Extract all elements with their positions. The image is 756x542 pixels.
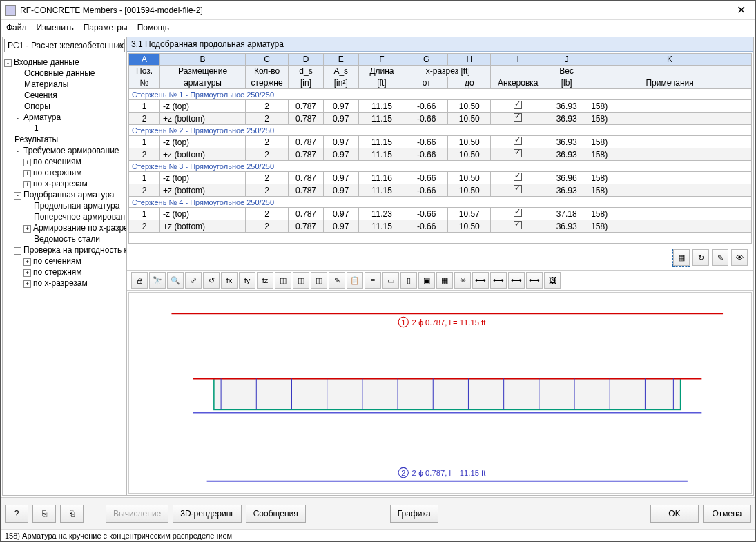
titlebar: RF-CONCRETE Members - [001594-model-file… (1, 1, 755, 20)
tree-node[interactable]: -Арматура (4, 112, 125, 123)
tree-node[interactable]: Ведомость стали (4, 233, 125, 244)
menubar: Файл Изменить Параметры Помощь (1, 20, 755, 35)
grid-btn-1[interactable]: ▦ (673, 249, 690, 266)
tree-node[interactable]: +по стержням (4, 267, 125, 278)
anchor-checkbox[interactable] (514, 149, 522, 157)
tb-edit[interactable]: ✎ (329, 272, 345, 289)
menu-edit[interactable]: Изменить (37, 23, 74, 32)
anchor-checkbox[interactable] (514, 101, 522, 109)
rebar-top-label: 2 ϕ 0.787, l = 11.15 ft (412, 318, 487, 327)
table-row[interactable]: 1-z (top)20.7870.9711.16-0.6610.5036.961… (129, 172, 752, 184)
anchor-checkbox[interactable] (514, 185, 522, 193)
menu-params[interactable]: Параметры (84, 23, 128, 32)
tb-fz[interactable]: fz (257, 272, 273, 289)
tb-box1[interactable]: ◫ (275, 272, 291, 289)
tree-node[interactable]: +по x-разрезам (4, 278, 125, 289)
section-header: 3.1 Подобранная продольная арматура (127, 37, 753, 52)
tb-dim1[interactable]: ⟷ (472, 272, 489, 289)
tb-refresh[interactable]: ↺ (203, 272, 220, 289)
anchor-checkbox[interactable] (514, 113, 522, 122)
tree-node[interactable]: Материалы (4, 79, 125, 90)
tree-node[interactable]: -Проверка на пригодность к эксплуатации (4, 244, 125, 255)
tb-zoom[interactable]: 🔍 (167, 272, 184, 289)
messages-button[interactable]: Сообщения (246, 505, 306, 523)
tree-node[interactable]: +по стержням (4, 167, 125, 178)
tb-layout3[interactable]: ▣ (418, 272, 435, 289)
tree-node[interactable]: Продольная арматура (4, 200, 125, 211)
rebar-top-num: 1 (401, 318, 405, 327)
tree-node[interactable]: +Армирование по x-разрезам (4, 222, 125, 233)
grid-btn-2[interactable]: ↻ (692, 249, 709, 266)
tb-copy[interactable]: 📋 (347, 272, 363, 289)
grid-btn-3[interactable]: ✎ (712, 249, 728, 266)
window-title: RF-CONCRETE Members - [001594-model-file… (20, 6, 731, 15)
rebar-bot-num: 2 (401, 469, 405, 477)
tb-sep[interactable]: ≡ (365, 272, 381, 289)
help-button[interactable]: ? (5, 505, 28, 523)
tb-dim4[interactable]: ⟷ (526, 272, 543, 289)
group-row: Стержень № 3 - Прямоугольное 250/250 (129, 161, 752, 172)
grid-btn-4[interactable]: 👁 (731, 249, 748, 266)
anchor-checkbox[interactable] (514, 221, 522, 229)
calc-button[interactable]: Вычисление (106, 505, 168, 523)
tb-fy[interactable]: fy (239, 272, 255, 289)
tb-axis[interactable]: ✳ (454, 272, 471, 289)
left-pane: PC1 - Расчет железобетонных -Входные дан… (3, 37, 127, 495)
tb-box2[interactable]: ◫ (293, 272, 309, 289)
menu-file[interactable]: Файл (6, 23, 27, 32)
tree-node[interactable]: -Требуемое армирование (4, 145, 125, 156)
footer: ? ⎘ ⎗ Вычисление 3D-рендеринг Сообщения … (1, 497, 755, 529)
view-toolbar: 🖨 🔭 🔍 ⤢ ↺ fx fy fz ◫ ◫ ◫ ✎ 📋 ≡ ▭ ▯ ▣ ▦ ✳… (127, 270, 753, 291)
anchor-checkbox[interactable] (514, 209, 522, 217)
case-selector[interactable]: PC1 - Расчет железобетонных (4, 39, 125, 52)
diagram-canvas[interactable]: 1 2 ϕ 0.787, l = 11.15 ft 2 2 ϕ 0.787, l… (128, 292, 752, 494)
tb-box3[interactable]: ◫ (311, 272, 327, 289)
table-row[interactable]: 2+z (bottom)20.7870.9711.15-0.6610.5036.… (129, 148, 752, 161)
tb-dim2[interactable]: ⟷ (490, 272, 507, 289)
tb-fx[interactable]: fx (221, 272, 238, 289)
tree-node[interactable]: Результаты (4, 134, 125, 145)
graphics-button[interactable]: Графика (390, 505, 438, 523)
table-row[interactable]: 2+z (bottom)20.7870.9711.15-0.6610.5036.… (129, 184, 752, 197)
anchor-checkbox[interactable] (514, 137, 522, 145)
tree-node[interactable]: -Подобранная арматура (4, 189, 125, 200)
tb-pic[interactable]: 🖼 (544, 272, 561, 289)
tree-node[interactable]: +по сечениям (4, 156, 125, 167)
tree-node[interactable]: -Входные данные (4, 57, 125, 68)
table-row[interactable]: 2+z (bottom)20.7870.9711.15-0.6610.5036.… (129, 113, 752, 125)
export-button[interactable]: ⎘ (32, 505, 56, 523)
tree-node[interactable]: Поперечное армирование (4, 211, 125, 222)
import-button[interactable]: ⎗ (60, 505, 84, 523)
tb-zoomfit[interactable]: ⤢ (185, 272, 202, 289)
table-row[interactable]: 2+z (bottom)20.7870.9711.15-0.6610.5036.… (129, 220, 752, 233)
tb-dim3[interactable]: ⟷ (508, 272, 525, 289)
right-pane: 3.1 Подобранная продольная арматура ABCD… (127, 37, 753, 495)
nav-tree[interactable]: -Входные данныеОсновные данныеМатериалыС… (3, 54, 126, 495)
svg-rect-2 (214, 378, 681, 409)
tree-node[interactable]: +по сечениям (4, 255, 125, 267)
statusbar: 158) Арматура на кручение с концентричес… (1, 529, 755, 541)
tb-layout4[interactable]: ▦ (436, 272, 453, 289)
table-row[interactable]: 1-z (top)20.7870.9711.15-0.6610.5036.931… (129, 136, 752, 148)
h-scrollbar[interactable] (127, 495, 753, 496)
tree-node[interactable]: Сечения (4, 90, 125, 101)
group-row: Стержень № 4 - Прямоугольное 250/250 (129, 197, 752, 208)
results-table[interactable]: ABCDEFGHIJKПоз.РазмещениеКол-воd_sA_sДли… (128, 53, 752, 244)
table-row[interactable]: 1-z (top)20.7870.9711.23-0.6610.5737.181… (129, 208, 752, 220)
rebar-bot-label: 2 ϕ 0.787, l = 11.15 ft (412, 469, 487, 477)
cancel-button[interactable]: Отмена (703, 505, 751, 523)
table-row[interactable]: 1-z (top)20.7870.9711.15-0.6610.5036.931… (129, 100, 752, 113)
tb-binoc[interactable]: 🔭 (149, 272, 166, 289)
tree-node[interactable]: 1 (4, 123, 125, 134)
anchor-checkbox[interactable] (514, 173, 522, 181)
tb-layout1[interactable]: ▭ (382, 272, 399, 289)
menu-help[interactable]: Помощь (137, 23, 169, 32)
tb-layout2[interactable]: ▯ (400, 272, 417, 289)
tree-node[interactable]: Опоры (4, 101, 125, 112)
close-icon[interactable]: ✕ (731, 3, 751, 17)
tree-node[interactable]: +по x-разрезам (4, 178, 125, 189)
render-button[interactable]: 3D-рендеринг (173, 505, 241, 523)
tb-print[interactable]: 🖨 (131, 272, 148, 289)
ok-button[interactable]: OK (650, 505, 699, 523)
tree-node[interactable]: Основные данные (4, 68, 125, 79)
